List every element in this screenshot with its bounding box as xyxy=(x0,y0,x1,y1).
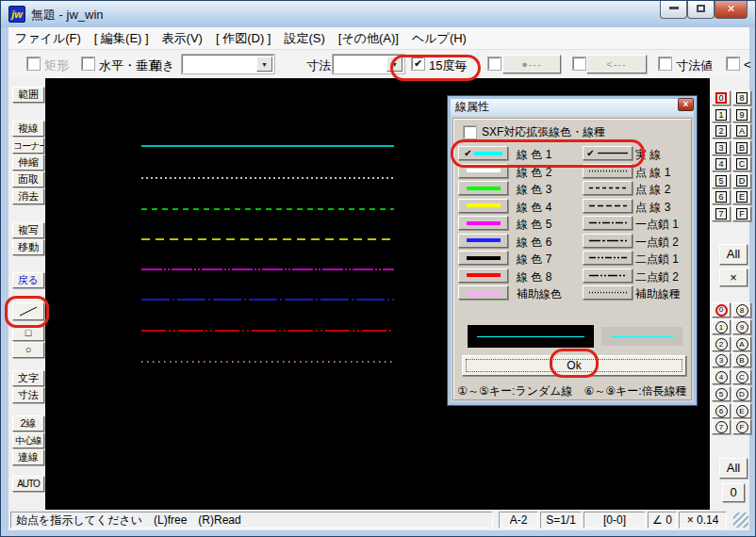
chevron-down-icon[interactable]: ▼ xyxy=(386,57,403,72)
line-type-button-6[interactable] xyxy=(583,234,633,248)
do15-checkbox[interactable]: ✔ xyxy=(412,57,424,70)
tool-button-idou[interactable]: 移動 xyxy=(12,239,44,255)
tool-button-fukusen[interactable]: 複線 xyxy=(12,121,44,137)
menu-item-5[interactable]: [その他(A)] xyxy=(332,28,405,49)
layergroup-button-0[interactable]: 0 xyxy=(712,302,731,317)
tool-button-fukusha[interactable]: 複写 xyxy=(12,222,44,238)
close-button[interactable]: ✕ xyxy=(715,1,748,19)
maximize-button[interactable] xyxy=(687,1,715,19)
layer-button-B[interactable]: B xyxy=(732,140,751,155)
line-color-button-2[interactable] xyxy=(458,164,508,178)
layer-button-1[interactable]: 1 xyxy=(712,107,731,122)
dot-line-checkbox[interactable] xyxy=(488,57,501,70)
lt-checkbox[interactable] xyxy=(727,57,739,70)
layer-button-4[interactable]: 4 xyxy=(712,156,731,171)
layer-button-5[interactable]: 5 xyxy=(712,173,731,188)
sunpou-combobox[interactable]: ▼ xyxy=(333,55,404,73)
layer-button-2[interactable]: 2 xyxy=(712,123,731,138)
tool-button-modoru[interactable]: 戻る xyxy=(12,272,44,288)
line-color-button-6[interactable] xyxy=(458,234,508,248)
layergroup-button-7[interactable]: 7 xyxy=(712,419,731,434)
layergroup-button-F[interactable]: F xyxy=(732,419,751,434)
kukei-checkbox[interactable] xyxy=(27,57,40,70)
layer-button-9[interactable]: 9 xyxy=(732,107,751,122)
layergroup-button-4[interactable]: 4 xyxy=(712,369,731,384)
arrow-line-checkbox[interactable] xyxy=(573,57,585,70)
layergroup-button-5[interactable]: 5 xyxy=(712,386,731,401)
layer-button-A[interactable]: A xyxy=(732,123,751,138)
line-type-button-1[interactable]: ✔ xyxy=(583,146,633,160)
tool-button-shokyo[interactable]: 消去 xyxy=(12,188,44,204)
check-icon: ✔ xyxy=(464,149,471,158)
suihei-checkbox[interactable] xyxy=(82,57,94,70)
line-color-label-9: 補助線色 xyxy=(517,286,562,302)
line-color-button-4[interactable] xyxy=(458,199,508,213)
menu-item-4[interactable]: 設定(S) xyxy=(277,28,331,49)
line-type-button-7[interactable] xyxy=(583,251,633,265)
tool-button-sen[interactable] xyxy=(12,302,44,320)
sunpouchi-checkbox[interactable] xyxy=(659,57,671,70)
layergroup-all-button[interactable]: All xyxy=(719,458,748,479)
layergroup-button-A[interactable]: A xyxy=(732,336,751,351)
line-color-button-3[interactable] xyxy=(458,181,508,195)
tool-button-corner[interactable]: コーナー xyxy=(12,138,44,154)
layer-button-7[interactable]: 7 xyxy=(712,206,731,221)
ok-button[interactable]: Ok xyxy=(462,355,686,376)
line-type-button-4[interactable] xyxy=(583,199,633,213)
line-color-button-9[interactable] xyxy=(458,285,508,300)
layer-button-D[interactable]: D xyxy=(732,173,751,188)
resize-grip[interactable] xyxy=(733,513,748,528)
layergroup-button-9[interactable]: 9 xyxy=(732,319,751,334)
menu-item-6[interactable]: ヘルプ(H) xyxy=(405,28,473,49)
layergroup-button-C[interactable]: C xyxy=(732,369,751,384)
tool-button-kukei[interactable]: □ xyxy=(12,325,44,341)
layer-button-3[interactable]: 3 xyxy=(712,140,731,155)
layergroup-button-E[interactable]: E xyxy=(732,403,751,418)
menu-item-3[interactable]: [ 作図(D) ] xyxy=(209,28,278,49)
layergroup-button-8[interactable]: 8 xyxy=(732,302,751,317)
layergroup-button-3[interactable]: 3 xyxy=(712,352,731,367)
menu-item-1[interactable]: [ 編集(E) ] xyxy=(88,28,156,49)
tool-button-moji[interactable]: 文字 xyxy=(12,370,44,386)
layer-button-8[interactable]: 8 xyxy=(732,90,751,106)
layergroup-button-2[interactable]: 2 xyxy=(712,336,731,351)
sxf-checkbox[interactable] xyxy=(464,126,476,138)
layers-x-button[interactable]: × xyxy=(719,268,748,286)
layer-button-E[interactable]: E xyxy=(732,189,751,204)
layergroup-button-D[interactable]: D xyxy=(732,386,751,401)
layergroup-zero-button[interactable]: 0 xyxy=(722,483,745,502)
tool-button-chushinsen[interactable]: 中心線 xyxy=(12,432,44,448)
line-type-button-2[interactable] xyxy=(583,164,633,178)
line-type-button-5[interactable] xyxy=(583,216,633,230)
katamuki-combobox[interactable]: ▼ xyxy=(182,55,274,73)
tool-button-hani[interactable]: 範囲 xyxy=(12,87,44,103)
layergroup-button-1[interactable]: 1 xyxy=(712,319,731,334)
layer-button-6[interactable]: 6 xyxy=(712,189,731,204)
layer-button-F[interactable]: F xyxy=(732,206,751,221)
tool-button-sunpou[interactable]: 寸法 xyxy=(12,387,44,403)
tool-button-shinshuku[interactable]: 伸縮 xyxy=(12,155,44,171)
tool-button-rensen[interactable]: 連線 xyxy=(12,449,44,465)
line-type-button-8[interactable] xyxy=(583,268,633,283)
tool-button-mentori[interactable]: 面取 xyxy=(12,171,44,187)
layer-button-0[interactable]: 0 xyxy=(712,90,731,106)
line-type-button-9[interactable] xyxy=(583,285,633,300)
layergroup-button-B[interactable]: B xyxy=(732,352,751,367)
layer-button-C[interactable]: C xyxy=(732,156,751,171)
layers-all-button[interactable]: All xyxy=(719,244,748,265)
tool-button-nisen[interactable]: 2線 xyxy=(12,415,44,431)
line-type-button-3[interactable] xyxy=(583,181,633,195)
dialog-close-icon[interactable]: × xyxy=(678,98,694,111)
chevron-down-icon[interactable]: ▼ xyxy=(256,57,272,72)
line-color-button-1[interactable]: ✔ xyxy=(458,146,508,160)
tool-button-auto[interactable]: AUTO xyxy=(12,476,44,492)
tool-button-en[interactable]: ○ xyxy=(12,342,44,358)
menu-item-0[interactable]: ファイル(F) xyxy=(8,28,88,49)
layergroup-button-6[interactable]: 6 xyxy=(712,403,731,418)
line-color-button-5[interactable] xyxy=(458,216,508,230)
line-color-label-6: 線 色 6 xyxy=(517,235,551,251)
minimize-button[interactable] xyxy=(660,1,687,19)
line-color-button-7[interactable] xyxy=(458,251,508,265)
line-color-button-8[interactable] xyxy=(458,268,508,283)
menu-item-2[interactable]: 表示(V) xyxy=(156,28,209,49)
